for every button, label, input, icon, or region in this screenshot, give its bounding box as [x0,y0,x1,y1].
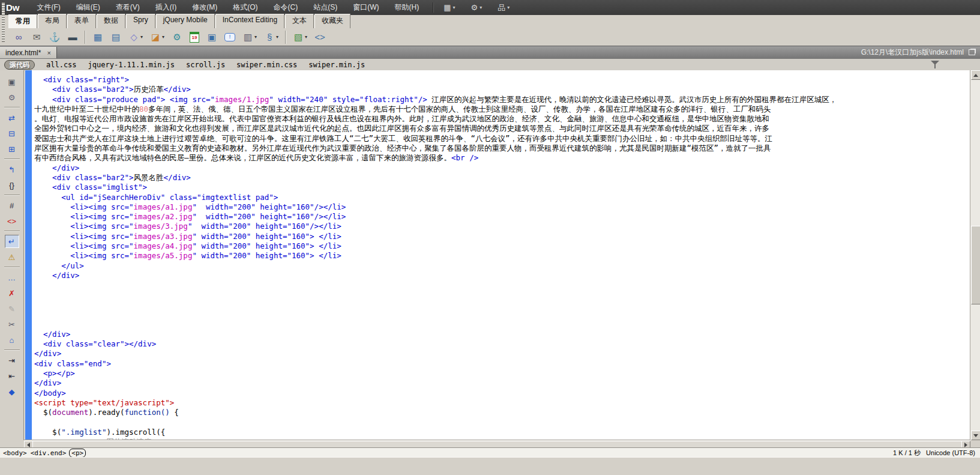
format-source-code-icon[interactable]: ◆ [5,385,19,398]
related-file-all.css[interactable]: all.css [46,61,77,69]
vertical-scroll-thumb[interactable] [971,226,980,304]
apply-comment-icon[interactable]: … [5,271,19,284]
head-tags-icon[interactable]: ▥▾ [240,29,259,45]
appbar-icons: ▦▾⚙▾品▾ [440,2,510,13]
chevron-down-icon: ▾ [254,34,257,40]
server-side-include-icon[interactable]: ▣ [204,29,220,45]
related-file-jquery-1.11.1.min.js[interactable]: jquery-1.11.1.min.js [88,61,175,69]
related-file-swiper.min.js[interactable]: swiper.min.js [308,61,365,69]
menu-item[interactable]: 命令(C) [265,0,305,15]
horizontal-scrollbar[interactable] [24,440,970,448]
extensions-gear-icon: ⚙ [470,3,478,12]
related-file-scroll.js[interactable]: scroll.js [186,61,225,69]
menu-item[interactable]: 文件(F) [29,0,68,15]
hyperlink-icon[interactable]: ∞ [11,29,26,45]
menu-item[interactable]: 帮助(H) [386,0,427,15]
code-line: </ul> [34,261,970,271]
indent-code-icon[interactable]: ⇥ [5,354,19,367]
chevron-down-icon: ▾ [162,34,164,40]
tab-index-html[interactable]: index.html* × [0,47,57,58]
extensions-gear-icon[interactable]: ⚙▾ [470,3,482,12]
comment-icon[interactable]: ! [222,29,238,45]
menu-items: 文件(F)编辑(E)查看(V)插入(I)修改(M)格式(O)命令(C)站点(S)… [29,0,427,15]
collapse-full-tag-icon[interactable]: ⇄ [5,111,19,124]
named-anchor-icon[interactable]: ⚓ [47,29,62,45]
expand-all-icon[interactable]: ⊞ [5,142,19,156]
code-line: <p></p> [34,369,970,378]
document-tab-bar: index.html* × G:\12月\老汉口加js版\index.html [0,46,980,59]
toolbar-separator [4,107,20,108]
highlight-invalid-code-icon[interactable]: <> [5,214,19,228]
horizontal-rule-icon[interactable]: ▬ [65,29,80,45]
code-line [34,319,970,329]
date-icon: 19 [190,32,199,43]
line-numbers-icon[interactable]: # [5,199,19,212]
outdent-code-icon[interactable]: ⇤ [5,369,19,383]
draw-ap-div-icon[interactable]: ◇▾ [126,29,145,45]
menu-item[interactable]: 站点(S) [305,0,345,15]
toolbar-grip-handle[interactable] [2,2,5,42]
filter-funnel-icon[interactable] [931,61,939,68]
menu-item[interactable]: 格式(O) [225,0,265,15]
open-documents-icon[interactable]: ▣ [5,75,19,88]
insert-tab-数据[interactable]: 数据 [97,14,125,28]
menu-item[interactable]: 窗口(W) [345,0,386,15]
tag-selector-item[interactable]: <p> [69,449,86,458]
menu-item[interactable]: 查看(V) [108,0,148,15]
recent-snippets-icon[interactable]: ✂ [5,318,19,331]
remove-comment-icon[interactable]: ✗ [5,286,19,300]
chevron-down-icon: ▾ [452,5,455,10]
insert-tab-收藏夹[interactable]: 收藏夹 [314,14,350,28]
word-wrap-icon[interactable]: ↵ [5,235,19,248]
collapse-selection-icon[interactable]: ⊟ [5,127,19,140]
close-icon[interactable]: × [47,49,50,56]
wrap-tag-icon[interactable]: ✎ [5,302,19,315]
insert-tab-布局[interactable]: 布局 [38,14,67,28]
tag-selector-item[interactable]: <body> [2,449,28,457]
tag-chooser-icon[interactable]: <> [312,29,328,45]
syntax-error-alerts-icon[interactable]: ⚠ [5,250,19,264]
related-files-bar: 源代码 all.cssjquery-1.11.1.min.jsscroll.js… [0,59,980,71]
funnel-stem [934,64,936,68]
layout-switcher-icon[interactable]: ▦▾ [443,3,455,12]
scroll-up-arrow[interactable] [971,70,980,80]
insert-tab-jQuery Mobile[interactable]: jQuery Mobile [156,14,215,28]
named-anchor-icon: ⚓ [49,32,60,43]
templates-icon[interactable]: ▧▾ [290,29,310,45]
email-link-icon: ✉ [31,32,42,43]
code-navigator-icon[interactable]: ⚙ [5,91,19,104]
code-line: </div> [34,271,970,280]
insert-tab-Spry[interactable]: Spry [126,14,155,28]
code-line: <div class="end"> [34,359,970,369]
site-sync-icon[interactable]: 品▾ [498,2,510,13]
select-parent-tag-icon[interactable]: ↰ [5,163,19,176]
insert-div-tag-icon[interactable]: ▤ [108,29,124,45]
balance-braces-icon[interactable]: {} [5,178,19,192]
menu-item[interactable]: 插入(I) [148,0,184,15]
source-code-button[interactable]: 源代码 [4,60,35,70]
menu-item[interactable]: 编辑(E) [68,0,108,15]
script-icon[interactable]: §▾ [262,29,281,45]
code-editor[interactable]: <div class="right"> <div class="bar2">历史… [32,70,970,440]
insert-tab-文本[interactable]: 文本 [285,14,314,28]
insert-tab-表单[interactable]: 表单 [67,14,96,28]
move-css-icon[interactable]: ⌂ [5,333,19,346]
table-icon[interactable]: ▦ [90,29,106,45]
media-icon[interactable]: ⚙ [169,29,185,45]
insert-tab-InContext Editing[interactable]: InContext Editing [215,14,284,28]
related-file-swiper.min.css[interactable]: swiper.min.css [236,61,297,69]
vertical-scrollbar[interactable] [970,70,980,440]
tag-selector-item[interactable]: <div.end> [30,449,67,457]
date-icon[interactable]: 19 [187,29,202,45]
code-line: <div class="imglist"> [34,183,970,192]
scroll-down-arrow[interactable] [971,431,980,440]
insert-tab-常用[interactable]: 常用 [8,14,37,29]
menu-item[interactable]: 修改(M) [184,0,225,15]
tag-chooser-icon: <> [314,32,325,43]
restore-window-icon[interactable] [969,49,975,55]
email-link-icon[interactable]: ✉ [29,29,44,45]
comment-icon: ! [224,33,235,41]
property-inspector-area [0,457,980,475]
templates-icon: ▧ [293,32,304,43]
images-icon[interactable]: ◪▾ [148,29,167,45]
